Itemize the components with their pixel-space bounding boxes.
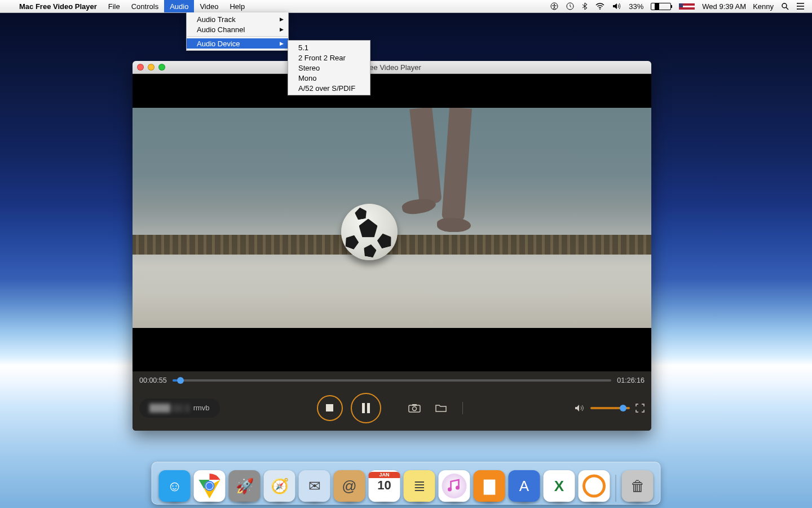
time-remaining: 01:26:16 bbox=[617, 376, 645, 384]
svg-point-15 bbox=[206, 483, 213, 489]
menubar-app-name[interactable]: Mac Free Video Player bbox=[14, 0, 103, 12]
bluetooth-icon[interactable] bbox=[578, 0, 592, 12]
submenu-item-5-1[interactable]: 5.1 bbox=[288, 42, 370, 52]
volume-slider[interactable] bbox=[590, 407, 630, 409]
submenu-item-2front2rear[interactable]: 2 Front 2 Rear bbox=[288, 52, 370, 63]
svg-point-10 bbox=[412, 406, 416, 410]
spotlight-icon[interactable] bbox=[777, 0, 793, 12]
menu-controls[interactable]: Controls bbox=[126, 0, 164, 12]
dock-excel-icon[interactable]: X bbox=[544, 470, 575, 502]
svg-point-17 bbox=[448, 488, 452, 492]
timemachine-icon[interactable] bbox=[562, 0, 578, 12]
audio-device-submenu: 5.1 2 Front 2 Rear Stereo Mono A/52 over… bbox=[288, 40, 370, 95]
dock: ☺🚀🧭✉@JAN10≣▇AX🗑 bbox=[152, 462, 661, 505]
wifi-icon[interactable] bbox=[592, 0, 608, 12]
battery-icon[interactable] bbox=[647, 0, 675, 12]
video-viewport[interactable] bbox=[133, 74, 651, 372]
menu-item-audio-device[interactable]: Audio Device▶ bbox=[187, 38, 288, 49]
submenu-item-mono[interactable]: Mono bbox=[288, 73, 370, 83]
dock-mail-icon[interactable]: ✉ bbox=[299, 470, 330, 502]
menu-file[interactable]: File bbox=[103, 0, 126, 12]
svg-point-3 bbox=[599, 8, 601, 10]
menu-item-audio-track[interactable]: Audio Track▶ bbox=[187, 14, 288, 24]
dock-itunes-icon[interactable] bbox=[439, 470, 470, 502]
player-controls: 00:00:55 01:26:16 ████ ▒▒ ▒ rmvb bbox=[133, 371, 651, 431]
dock-appstore-icon[interactable]: A bbox=[509, 470, 540, 502]
menu-help[interactable]: Help bbox=[224, 0, 250, 12]
seek-slider[interactable] bbox=[173, 379, 612, 382]
menu-video[interactable]: Video bbox=[194, 0, 224, 12]
svg-point-19 bbox=[584, 476, 604, 496]
battery-percentage: 33% bbox=[625, 2, 647, 11]
dock-app-orange-icon[interactable] bbox=[579, 470, 610, 502]
time-elapsed: 00:00:55 bbox=[139, 376, 167, 384]
control-separator bbox=[462, 402, 463, 414]
input-flag-icon[interactable] bbox=[675, 0, 699, 12]
window-title: Free Video Player bbox=[133, 63, 651, 72]
stop-button[interactable] bbox=[317, 395, 343, 421]
dock-finder-icon[interactable]: ☺ bbox=[159, 470, 191, 502]
dock-separator bbox=[616, 475, 616, 502]
volume-icon[interactable] bbox=[608, 0, 625, 12]
video-frame bbox=[133, 108, 651, 328]
dock-ibooks-icon[interactable]: ▇ bbox=[474, 470, 505, 502]
user-name[interactable]: Kenny bbox=[749, 2, 777, 11]
pause-button[interactable] bbox=[351, 393, 381, 423]
snapshot-button[interactable] bbox=[405, 404, 424, 413]
svg-point-1 bbox=[554, 4, 555, 5]
svg-point-7 bbox=[797, 8, 798, 10]
menu-audio[interactable]: Audio bbox=[164, 0, 194, 12]
svg-point-16 bbox=[442, 474, 467, 498]
audio-menu-dropdown: Audio Track▶ Audio Channel▶ Audio Device… bbox=[186, 12, 289, 51]
player-window: Free Video Player 00:00:55 01:26:16 ████… bbox=[133, 61, 651, 431]
svg-point-5 bbox=[797, 3, 798, 4]
dock-trash-icon[interactable]: 🗑 bbox=[622, 470, 654, 502]
svg-rect-9 bbox=[412, 404, 417, 406]
dock-notes-icon[interactable]: ≣ bbox=[404, 470, 435, 502]
svg-point-4 bbox=[782, 3, 787, 8]
open-file-button[interactable] bbox=[432, 404, 450, 413]
dock-calendar-icon[interactable]: JAN10 bbox=[369, 470, 400, 502]
clock-text[interactable]: Wed 9:39 AM bbox=[699, 2, 749, 11]
notification-center-icon[interactable] bbox=[793, 0, 809, 12]
window-titlebar[interactable]: Free Video Player bbox=[133, 61, 651, 74]
menubar-status-area: 33% Wed 9:39 AM Kenny bbox=[546, 0, 812, 12]
svg-point-6 bbox=[797, 6, 798, 7]
dock-safari-icon[interactable]: 🧭 bbox=[264, 470, 295, 502]
dock-contacts-icon[interactable]: @ bbox=[334, 470, 365, 502]
menubar: Mac Free Video Player File Controls Audi… bbox=[0, 0, 812, 13]
dock-launchpad-icon[interactable]: 🚀 bbox=[229, 470, 261, 502]
dock-chrome-icon[interactable] bbox=[194, 470, 226, 502]
svg-point-18 bbox=[456, 486, 460, 490]
menu-separator bbox=[187, 36, 288, 37]
submenu-item-stereo[interactable]: Stereo bbox=[288, 63, 370, 73]
accessibility-icon[interactable] bbox=[546, 0, 562, 12]
menu-item-audio-channel[interactable]: Audio Channel▶ bbox=[187, 24, 288, 34]
submenu-item-a52-spdif[interactable]: A/52 over S/PDIF bbox=[288, 83, 370, 93]
